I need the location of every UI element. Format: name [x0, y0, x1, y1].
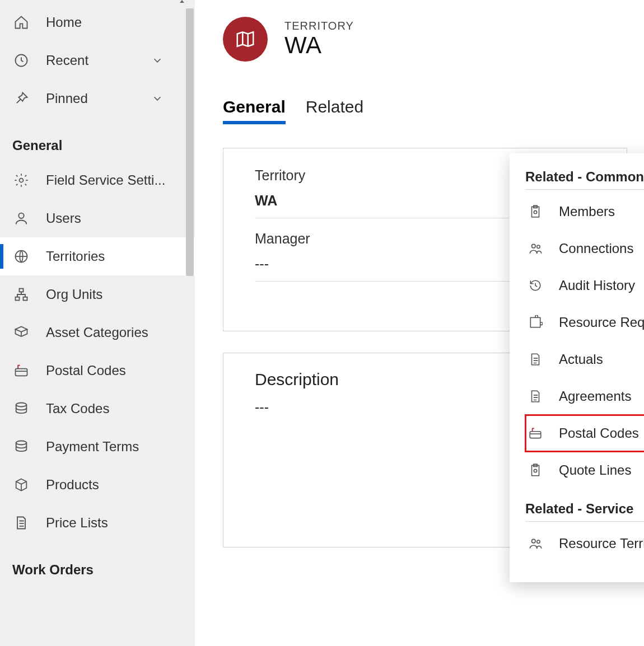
clock-icon	[12, 53, 30, 68]
svg-rect-5	[16, 297, 20, 301]
sidebar-item-org-units[interactable]: Org Units	[0, 275, 195, 313]
sidebar-item-label: Recent	[46, 53, 136, 68]
sidebar-item-label: Territories	[46, 249, 167, 264]
home-icon	[12, 15, 30, 30]
org-icon	[12, 287, 30, 302]
sidebar-item-home[interactable]: Home	[0, 3, 195, 41]
related-item-label: Audit History	[559, 278, 635, 293]
record-header: TERRITORY WA	[223, 17, 627, 62]
chevron-down-icon	[151, 54, 167, 67]
related-section-service: Related - Service	[525, 501, 644, 522]
people-icon	[528, 241, 543, 256]
svg-rect-7	[16, 369, 27, 376]
sidebar-item-label: Asset Categories	[46, 325, 167, 340]
sidebar-item-label: Org Units	[46, 287, 167, 302]
svg-rect-16	[530, 432, 541, 438]
sidebar: Home Recent Pinned General	[0, 0, 195, 646]
related-item-label: Resource Requirements	[559, 315, 644, 330]
related-item-actuals[interactable]: Actuals	[525, 341, 644, 378]
entity-name: WA	[284, 32, 354, 58]
related-menu: Related - Common Members Connections Aud…	[510, 153, 644, 582]
user-icon	[12, 210, 30, 226]
svg-point-14	[537, 245, 540, 248]
mailbox-icon	[12, 363, 30, 378]
sidebar-item-pinned[interactable]: Pinned	[0, 79, 195, 118]
sidebar-item-price-lists[interactable]: Price Lists	[0, 504, 195, 542]
cube-icon	[12, 477, 30, 493]
svg-point-8	[16, 403, 27, 407]
gear-icon	[12, 172, 30, 188]
svg-rect-4	[20, 289, 24, 292]
svg-point-9	[16, 441, 27, 445]
assets-icon	[12, 325, 30, 340]
related-item-label: Agreements	[559, 388, 631, 404]
sidebar-item-label: Tax Codes	[46, 401, 167, 416]
stack-icon	[12, 439, 30, 455]
svg-rect-15	[530, 317, 540, 327]
svg-point-13	[532, 244, 536, 248]
tab-related[interactable]: Related	[306, 97, 363, 124]
svg-point-12	[534, 210, 536, 213]
svg-point-2	[18, 213, 24, 218]
related-item-label: Resource Territories	[559, 536, 644, 551]
svg-rect-6	[24, 297, 27, 301]
svg-point-20	[532, 539, 536, 543]
doc-icon	[528, 352, 543, 367]
clipboard-gear-icon	[528, 204, 543, 219]
tabs: General Related	[223, 97, 627, 124]
sidebar-item-label: Pinned	[46, 91, 136, 106]
stack-icon	[12, 401, 30, 416]
clipboard-gear-icon	[528, 463, 543, 478]
related-item-postal-codes[interactable]: Postal Codes	[525, 415, 644, 452]
doc-icon	[528, 389, 543, 404]
map-icon	[235, 29, 256, 50]
history-icon	[528, 278, 543, 293]
sidebar-group-work-orders: Work Orders	[0, 542, 195, 586]
doc-icon	[12, 515, 30, 531]
sidebar-item-users[interactable]: Users	[0, 199, 195, 237]
sidebar-item-territories[interactable]: Territories	[0, 237, 195, 275]
sidebar-item-label: Users	[46, 210, 167, 226]
related-item-connections[interactable]: Connections	[525, 230, 644, 267]
related-item-label: Postal Codes	[559, 425, 639, 441]
svg-point-1	[20, 179, 24, 182]
related-item-label: Quote Lines	[559, 462, 631, 478]
svg-point-21	[537, 540, 540, 543]
related-section-common: Related - Common	[525, 169, 644, 190]
related-item-members[interactable]: Members	[525, 193, 644, 230]
scroll-up-icon[interactable]	[178, 0, 195, 5]
related-item-label: Actuals	[559, 352, 603, 367]
sidebar-item-asset-categories[interactable]: Asset Categories	[0, 313, 195, 352]
main-content: TERRITORY WA General Related Territory W…	[195, 0, 644, 646]
puzzle-icon	[528, 315, 543, 330]
sidebar-item-label: Field Service Setti...	[46, 172, 167, 188]
scroll-thumb[interactable]	[186, 8, 194, 276]
sidebar-item-tax-codes[interactable]: Tax Codes	[0, 390, 195, 428]
sidebar-item-label: Products	[46, 477, 167, 493]
sidebar-item-postal-codes[interactable]: Postal Codes	[0, 352, 195, 390]
related-item-agreements[interactable]: Agreements	[525, 378, 644, 415]
tab-general[interactable]: General	[223, 97, 286, 124]
chevron-down-icon	[151, 92, 167, 105]
globe-icon	[12, 249, 30, 264]
sidebar-item-label: Home	[46, 15, 167, 30]
related-item-audit-history[interactable]: Audit History	[525, 267, 644, 304]
svg-point-19	[534, 469, 536, 472]
sidebar-item-products[interactable]: Products	[0, 466, 195, 504]
related-item-quote-lines[interactable]: Quote Lines	[525, 452, 644, 489]
sidebar-item-payment-terms[interactable]: Payment Terms	[0, 428, 195, 466]
sidebar-item-recent[interactable]: Recent	[0, 41, 195, 79]
related-item-resource-territories[interactable]: Resource Territories	[525, 525, 644, 562]
mailbox-icon	[528, 426, 543, 441]
sidebar-item-label: Postal Codes	[46, 363, 167, 378]
sidebar-group-general: General	[0, 118, 195, 161]
people-icon	[528, 536, 543, 551]
sidebar-item-field-settings[interactable]: Field Service Setti...	[0, 161, 195, 199]
pin-icon	[12, 91, 30, 106]
related-item-resource-requirements[interactable]: Resource Requirements	[525, 304, 644, 341]
sidebar-item-label: Price Lists	[46, 515, 167, 531]
sidebar-scrollbar[interactable]	[178, 0, 195, 646]
record-medallion	[223, 17, 268, 62]
sidebar-item-label: Payment Terms	[46, 439, 167, 455]
related-item-label: Connections	[559, 241, 633, 256]
